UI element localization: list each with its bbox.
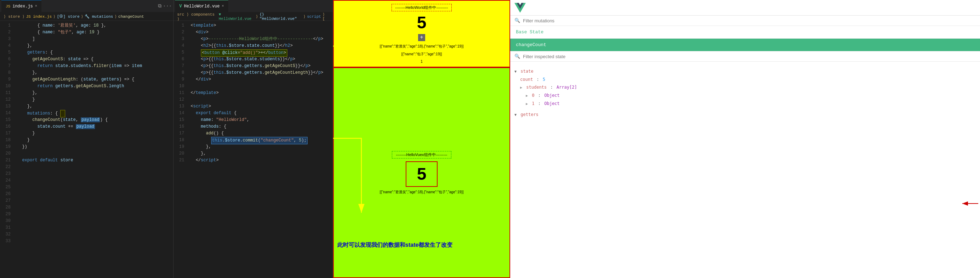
code-line-20: [17, 150, 170, 157]
filter-state-search[interactable]: 🔍: [510, 51, 980, 62]
code-line-19: }): [17, 144, 170, 150]
code-line-2: { name: "包子", age: 19 }: [17, 29, 170, 36]
state-search-icon: 🔍: [514, 54, 520, 59]
tab-close-button[interactable]: ×: [35, 4, 37, 8]
code-line-12: }: [17, 96, 170, 103]
vue-code-content: <template> <div> <p>------------HelloWor…: [187, 21, 332, 278]
code-line-11: },: [17, 90, 170, 96]
state-children: count : 5 ▶ students : Array[2] ▶ 0 : Ob…: [520, 75, 976, 108]
student-0-item: ▶ 0 : Object: [526, 91, 976, 100]
vue-line-1: <template>: [191, 22, 329, 29]
add-button-preview[interactable]: +: [418, 34, 425, 41]
helloworld-label: --------HelloWorld组件中---------: [391, 4, 452, 11]
vue-line-8: <p>{{this.$store.getters.getAgeCountLeng…: [191, 69, 329, 76]
getters-section-header: ▼ getters: [514, 111, 976, 119]
vue-line-6: <p>{{this.$store.state.students}}</p>: [191, 56, 329, 63]
search-icon: 🔍: [514, 18, 520, 23]
code-line-4: },: [17, 43, 170, 49]
code-line-13: },: [17, 103, 170, 110]
vue-line-19: },: [191, 144, 329, 150]
vue-line-12: [191, 96, 329, 103]
vue-line-5: <button @click="add()">+</button>: [191, 49, 329, 56]
vue-line-20: },: [191, 150, 329, 157]
vue-tab-label: HelloWorld.vue: [184, 4, 220, 9]
vue-line-17: add() {: [191, 130, 329, 137]
vue-line-2: <div>: [191, 29, 329, 36]
vue-line-7: <p>{{this.$store.getters.getAgeCountS}}<…: [191, 63, 329, 69]
state-tree-section: ▼ state count : 5 ▶ students : Array[2]: [510, 63, 980, 278]
left-tab-bar: JS index.js × ⧉ ···: [0, 0, 173, 13]
vue-logo-icon: V: [179, 4, 182, 9]
preview-count-data: 1: [420, 59, 423, 64]
state-section-header: ▼ state: [514, 67, 976, 75]
vue-tab-close[interactable]: ×: [222, 4, 224, 8]
students-item: ▶ students : Array[2]: [520, 83, 976, 91]
vue-line-15: name: "HelloWorld",: [191, 117, 329, 123]
vue-line-16: methods: {: [191, 123, 329, 130]
vue-line-14: export default {: [191, 110, 329, 117]
left-breadcrumb: ⟩ store ⟩ JS index.js ⟩ [⦿] store ⟩ 🔧 mu…: [0, 13, 173, 21]
helloworld-count: 5: [417, 14, 426, 31]
tab-actions: ⧉ ···: [158, 3, 172, 9]
vue-logo: [514, 2, 526, 13]
more-actions-icon[interactable]: ···: [163, 3, 172, 9]
vue-tab[interactable]: V HelloWorld.vue ×: [175, 0, 228, 13]
preview-filtered-data: [{"name":"包子","age":19}]: [401, 52, 442, 57]
helloworld-preview: --------HelloWorld组件中--------- 5 + [{"na…: [333, 0, 510, 67]
student-1-arrow[interactable]: ▶: [526, 102, 528, 105]
vue-line-13: <script>: [191, 103, 329, 110]
tab-label: index.js: [13, 4, 33, 9]
students-children: ▶ 0 : Object ▶ 1 : Object: [526, 91, 976, 108]
vue-line-4: <h2>{{this.$store.state.count}}</h2>: [191, 43, 329, 49]
preview-students-data: [{"name":"君晨笑","age":18},{"name":"包子","a…: [380, 44, 464, 49]
code-line-14: mutations: {: [17, 110, 170, 117]
left-editor-panel: JS index.js × ⧉ ··· ⟩ store ⟩ JS index.j…: [0, 0, 173, 278]
code-line-15: changeCount(state, payload) {: [17, 117, 170, 123]
code-line-21: export default store: [17, 157, 170, 164]
students-arrow[interactable]: ▶: [520, 85, 522, 89]
vue-editor-panel: V HelloWorld.vue × src ⟩ components ⟩ ▼ …: [173, 0, 333, 278]
getters-arrow[interactable]: ▼: [514, 113, 517, 117]
devtools-header: [510, 0, 980, 16]
vue-line-10: [191, 83, 329, 90]
index-js-tab[interactable]: JS index.js ×: [2, 0, 41, 13]
split-editor-icon[interactable]: ⧉: [158, 3, 162, 9]
hellovuex-preview: --------HelloVuex组件中--------- 5 [{"name"…: [333, 67, 510, 278]
vue-line-11: </template>: [191, 90, 329, 96]
vue-line-3: <p>------------HelloWorld组件中------------…: [191, 36, 329, 43]
code-line-17: }: [17, 130, 170, 137]
code-line-1: { name: '君晨笑', age: 18 },: [17, 22, 170, 29]
left-code-area: 12345 678910 1112131415 1617181920 21222…: [0, 21, 173, 278]
code-line-9: getAgeCountLength: (state, getters) => {: [17, 76, 170, 83]
filter-mutations-search[interactable]: 🔍: [510, 16, 980, 26]
code-content: { name: '君晨笑', age: 18 }, { name: "包子", …: [13, 21, 173, 278]
count-item: count : 5: [520, 75, 976, 83]
filter-mutations-input[interactable]: [523, 18, 976, 23]
code-line-5: getters: {: [17, 49, 170, 56]
filter-state-input[interactable]: [523, 54, 976, 59]
devtools-panel: 🔍 Base State changeCount 🔍 ▼ state count…: [510, 0, 980, 278]
code-line-16: state.count += payload: [17, 123, 170, 130]
state-arrow[interactable]: ▼: [514, 69, 517, 73]
preview-panel: --------HelloWorld组件中--------- 5 + [{"na…: [333, 0, 510, 278]
vue-line-21: </script>: [191, 157, 329, 164]
vue-tab-bar: V HelloWorld.vue ×: [173, 0, 332, 13]
state-change-annotation: 此时可以发现我们的数据和state都发生了改变: [334, 241, 510, 249]
student-1-item: ▶ 1 : Object: [526, 100, 976, 108]
code-line-10: return getters.getAgeCountS.length: [17, 83, 170, 90]
student-0-arrow[interactable]: ▶: [526, 94, 528, 97]
change-count-mutation[interactable]: changeCount: [510, 38, 980, 51]
vue-code-area: 12345 678910 1112131415 1617181920 21 <t…: [173, 21, 332, 278]
code-line-7: return state.students.filter(item => ite…: [17, 63, 170, 69]
vue-line-9: </div>: [191, 76, 329, 83]
line-numbers: 12345 678910 1112131415 1617181920 21222…: [0, 21, 13, 278]
code-line-6: getAgeCountS: state => {: [17, 56, 170, 63]
hellovuex-count: 5: [406, 161, 438, 187]
code-line-3: ]: [17, 36, 170, 43]
vue-breadcrumb: src ⟩ components ⟩ ▼ HelloWorld.vue ⟩ {}…: [173, 13, 332, 21]
code-line-8: },: [17, 69, 170, 76]
base-state-item[interactable]: Base State: [510, 26, 980, 38]
js-file-icon: JS: [6, 4, 10, 8]
vue-line-numbers: 12345 678910 1112131415 1617181920 21: [173, 21, 187, 278]
hellovuex-students-data: [{"name":"君晨笑","age":18},{"name":"包子","a…: [380, 190, 464, 195]
